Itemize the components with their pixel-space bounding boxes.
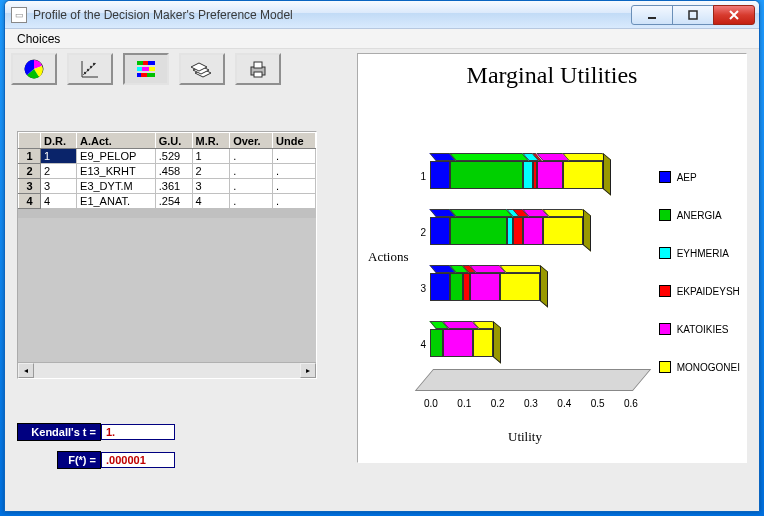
bar-segment	[463, 273, 470, 301]
chart-floor	[415, 369, 651, 391]
scroll-left-button[interactable]: ◂	[18, 363, 34, 378]
svg-rect-0	[648, 17, 656, 19]
legend-item: KATOIKIES	[659, 323, 740, 335]
stacked-bar-button[interactable]	[123, 53, 169, 85]
x-tick: 0.4	[557, 398, 571, 409]
legend-label: ANERGIA	[677, 210, 722, 221]
x-tick: 0.6	[624, 398, 638, 409]
table-row[interactable]: 1 1 E9_PELOP .529 1 . .	[19, 149, 316, 164]
stacked-bar-icon	[134, 57, 158, 81]
bar-segment	[430, 273, 450, 301]
legend-label: KATOIKIES	[677, 324, 729, 335]
svg-rect-12	[137, 67, 142, 71]
y-tick: 1	[420, 171, 426, 182]
table-header-row: D.R. A.Act. G.U. M.R. Over. Unde	[19, 133, 316, 149]
kendall-label: Kendall's t =	[17, 423, 101, 441]
legend-item: ANERGIA	[659, 209, 740, 221]
table-row[interactable]: 4 4 E1_ANAT. .254 4 . .	[19, 194, 316, 209]
bar-segment	[430, 329, 443, 357]
legend-swatch	[659, 209, 671, 221]
y-tick: 2	[420, 227, 426, 238]
legend-label: EYHMERIA	[677, 248, 729, 259]
bar-segment	[507, 217, 514, 245]
x-tick: 0.1	[457, 398, 471, 409]
col-gu[interactable]: G.U.	[155, 133, 192, 149]
y-axis-label: Actions	[368, 249, 408, 265]
col-dr[interactable]: D.R.	[41, 133, 77, 149]
bar-segment	[500, 273, 540, 301]
grid-empty-area	[18, 218, 316, 362]
pie-chart-button[interactable]	[11, 53, 57, 85]
table-row[interactable]: 3 3 E3_DYT.M .361 3 . .	[19, 179, 316, 194]
legend-swatch	[659, 171, 671, 183]
title-bar[interactable]: ▭ Profile of the Decision Maker's Prefer…	[5, 1, 759, 29]
menu-choices[interactable]: Choices	[11, 30, 66, 48]
bar-segment	[563, 161, 603, 189]
x-axis-label: Utility	[508, 429, 542, 445]
x-tick: 0.2	[491, 398, 505, 409]
scatter-button[interactable]	[67, 53, 113, 85]
col-over[interactable]: Over.	[230, 133, 273, 149]
svg-point-3	[84, 72, 86, 74]
window-title: Profile of the Decision Maker's Preferen…	[33, 8, 632, 22]
chart-plot-area: 12340.00.10.20.30.40.50.6	[430, 135, 630, 385]
svg-point-6	[93, 63, 95, 65]
window-frame: ▭ Profile of the Decision Maker's Prefer…	[4, 0, 760, 512]
legend-item: EYHMERIA	[659, 247, 740, 259]
toolbar	[11, 53, 281, 85]
svg-rect-18	[254, 72, 262, 77]
legend-item: EKPAIDEYSH	[659, 285, 740, 297]
data-grid[interactable]: D.R. A.Act. G.U. M.R. Over. Unde 1 1 E9_…	[17, 131, 317, 379]
stats-fields: Kendall's t = 1. F(*) = .000001	[17, 423, 175, 479]
bar-segment	[523, 161, 533, 189]
kendall-value[interactable]: 1.	[101, 424, 175, 440]
maximize-button[interactable]	[672, 5, 714, 25]
legend-label: AEP	[677, 172, 697, 183]
bar-segment	[537, 161, 564, 189]
col-unde[interactable]: Unde	[273, 133, 316, 149]
bar-segment	[450, 217, 507, 245]
fstar-value[interactable]: .000001	[101, 452, 175, 468]
x-tick: 0.5	[591, 398, 605, 409]
bar-segment	[450, 273, 463, 301]
svg-rect-15	[137, 73, 141, 77]
legend-swatch	[659, 323, 671, 335]
svg-rect-1	[689, 11, 697, 19]
scroll-right-button[interactable]: ▸	[300, 363, 316, 378]
close-button[interactable]	[713, 5, 755, 25]
y-tick: 3	[420, 283, 426, 294]
bar-segment	[443, 329, 473, 357]
legend-label: EKPAIDEYSH	[677, 286, 740, 297]
legend-label: MONOGONEI	[677, 362, 740, 373]
legend-item: AEP	[659, 171, 740, 183]
legend-swatch	[659, 361, 671, 373]
layers-button[interactable]	[179, 53, 225, 85]
pie-chart-icon	[22, 57, 46, 81]
y-tick: 4	[420, 339, 426, 350]
svg-rect-9	[137, 61, 143, 65]
svg-point-5	[90, 66, 92, 68]
chart-title: Marginal Utilities	[358, 62, 746, 89]
table-row[interactable]: 2 2 E13_KRHT .458 2 . .	[19, 164, 316, 179]
bar-segment	[450, 161, 523, 189]
bar-segment	[470, 273, 500, 301]
menu-bar: Choices	[5, 29, 759, 49]
fstar-label: F(*) =	[57, 451, 101, 469]
minimize-button[interactable]	[631, 5, 673, 25]
scatter-icon	[78, 57, 102, 81]
legend-swatch	[659, 247, 671, 259]
chart-legend: AEPANERGIAEYHMERIAEKPAIDEYSHKATOIKIESMON…	[659, 171, 740, 399]
bar-segment	[523, 217, 543, 245]
print-button[interactable]	[235, 53, 281, 85]
col-act[interactable]: A.Act.	[77, 133, 156, 149]
col-mr[interactable]: M.R.	[192, 133, 230, 149]
bar-segment	[430, 161, 450, 189]
legend-item: MONOGONEI	[659, 361, 740, 373]
horizontal-scrollbar[interactable]: ◂ ▸	[18, 362, 316, 378]
bar-segment	[430, 217, 450, 245]
x-tick: 0.0	[424, 398, 438, 409]
layers-icon	[189, 57, 215, 81]
client-area: D.R. A.Act. G.U. M.R. Over. Unde 1 1 E9_…	[5, 49, 759, 511]
print-icon	[246, 57, 270, 81]
bar-segment	[473, 329, 493, 357]
